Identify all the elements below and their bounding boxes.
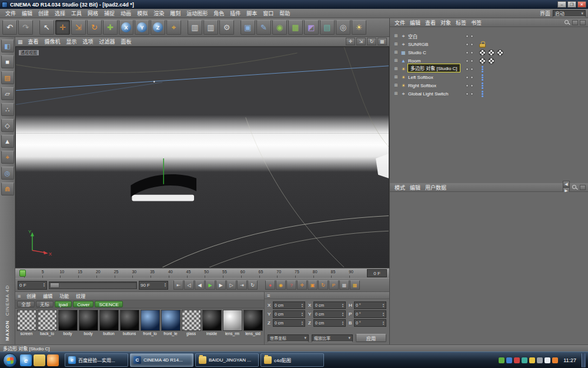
expand-icon[interactable]: ⊞ [393,58,399,63]
tray-icon[interactable] [499,357,505,363]
viewport-menu-item[interactable]: 查看 [25,37,42,46]
material-item[interactable]: body [78,310,98,344]
visibility-toggles[interactable] [466,92,473,95]
object-name[interactable]: Room [408,58,465,64]
attributes-menu-item[interactable]: 编辑 [407,183,423,192]
object-row[interactable]: ⊞ SUNRGB [393,40,586,48]
record-pla-toggle[interactable]: ▦ [339,280,349,290]
coordinate-input[interactable]: 0 cm [313,319,346,327]
apply-button[interactable]: 应用 [356,334,386,342]
start-button[interactable] [3,353,17,367]
explorer-icon[interactable] [34,354,45,366]
object-name[interactable]: SUNRGB [408,42,465,47]
current-frame-field[interactable]: 0 F [367,269,387,277]
coordinate-input[interactable]: 0 ° [354,301,386,309]
menu-item[interactable]: 脚本 [243,9,260,18]
material-item[interactable]: screen [16,310,36,344]
visibility-toggles[interactable] [466,76,473,79]
tray-icon[interactable] [506,357,512,363]
expand-icon[interactable]: ⊞ [393,67,399,71]
add-spline-button[interactable]: ✎ [256,20,271,35]
coordinate-input[interactable]: 0 ° [354,319,386,327]
tray-icon[interactable] [529,357,535,363]
next-key-button[interactable]: ▷ [226,280,236,290]
menu-item[interactable]: 运动图形 [183,9,211,18]
ie-icon[interactable] [20,354,32,366]
record-rotation-toggle[interactable]: ↻ [318,280,328,290]
taskbar-task-button[interactable]: BAIDU_JINGYAN ... [195,353,259,367]
material-filter-tab[interactable]: 全部 [17,301,35,307]
visibility-toggles[interactable] [466,43,473,46]
taskbar-task-button[interactable]: CINEMA 4D R14... [130,353,193,367]
record-keyframe-button[interactable]: ● [265,280,275,290]
spinner-icon[interactable] [164,283,166,287]
material-thumbnail[interactable] [58,310,78,331]
viewport-panel-icon[interactable] [18,39,25,45]
object-name[interactable]: 空白 [408,33,465,39]
undo-button[interactable]: ↶ [2,20,17,35]
taskbar-task-button[interactable]: 百度经验—实用... [65,353,128,367]
timeline-slider-thumb[interactable] [50,283,59,288]
expand-icon[interactable]: ⊞ [393,91,399,96]
expand-icon[interactable]: ⊞ [393,34,399,38]
record-parameter-toggle[interactable]: P [329,280,339,290]
live-selection-tool[interactable]: ↖ [39,20,54,35]
viewport-3d[interactable]: Y X 透视视图 [15,47,389,268]
viewport-menu-item[interactable]: 面板 [118,37,135,46]
record-position-toggle[interactable]: ✛ [297,280,307,290]
expand-icon[interactable]: ⊞ [393,50,399,55]
menu-icon[interactable] [267,293,272,299]
material-item[interactable]: glass [181,310,201,344]
material-item[interactable]: body [58,310,78,344]
attributes-menu-item[interactable]: 用户数据 [423,183,449,192]
material-menu-item[interactable]: 功能 [56,293,72,299]
tray-icon[interactable] [522,357,527,363]
render-view-button[interactable]: ▥ [188,20,202,35]
add-generator-button[interactable]: ◉ [272,20,287,35]
visibility-toggles[interactable] [466,68,473,71]
material-item[interactable]: front_lo [140,310,160,344]
material-item[interactable]: lens_sid [243,310,263,344]
add-environment-button[interactable]: ▤ [320,20,335,35]
material-thumbnail[interactable] [17,310,36,331]
object-row[interactable]: ⊞ Global Light Switch [393,89,586,98]
texture-mode-button[interactable]: ▨ [1,71,14,84]
make-editable-button[interactable]: ◧ [1,39,14,52]
coordinate-input[interactable]: 0 cm [313,310,346,318]
timeline-playhead[interactable] [19,270,26,277]
material-item[interactable]: lens_rm [222,310,242,344]
material-thumbnail[interactable] [223,310,242,331]
snap-toggle-button[interactable]: ⋒ [1,183,14,195]
menu-item[interactable]: 网格 [85,9,101,18]
coordinate-input[interactable]: 0 cm [273,310,305,318]
spinner-icon[interactable] [382,312,385,317]
keyframe-selection-button[interactable]: ? [286,280,296,290]
coordinate-system-select[interactable]: 世界坐标 [268,334,309,342]
model-mode-button[interactable]: ■ [1,55,14,68]
material-item[interactable]: buttons [119,310,139,344]
add-primitive-button[interactable]: ▣ [240,20,255,35]
lock-y-axis-button[interactable]: Y [135,20,149,35]
material-thumbnail[interactable] [120,310,139,331]
object-row[interactable]: ⊞ Left Softbox [393,73,586,81]
menu-item[interactable]: 模拟 [134,9,151,18]
goto-start-button[interactable]: ⇤ [173,280,183,290]
object-manager-menu-item[interactable]: 标签 [453,18,469,27]
menu-item[interactable]: 动画 [118,9,134,18]
object-manager-menu-item[interactable]: 编辑 [407,18,423,27]
attributes-menu-item[interactable]: 模式 [392,183,407,192]
add-camera-button[interactable]: ◎ [336,20,350,35]
material-thumbnail[interactable] [161,310,181,331]
maximize-button[interactable]: ❐ [567,1,576,8]
object-tag[interactable] [479,66,486,72]
viewport-solo-button[interactable]: ◎ [1,167,14,180]
material-menu-item[interactable]: 纹理 [72,293,89,299]
edges-mode-button[interactable]: ◇ [1,119,14,132]
spinner-icon[interactable] [43,283,45,287]
material-item[interactable]: inside [202,310,222,344]
play-button[interactable]: ▶ [205,280,215,290]
points-mode-button[interactable]: ∴ [1,103,14,116]
object-row[interactable]: ⊞ Right Softbox [393,81,586,89]
object-tag[interactable] [488,58,495,64]
coordinate-system-toggle[interactable]: ⌖ [166,20,181,35]
